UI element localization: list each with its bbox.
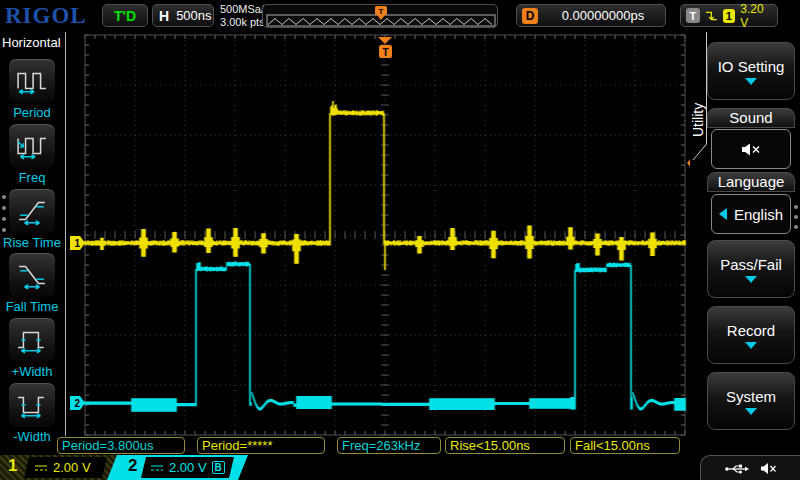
channel1-badge[interactable]: 1 2.00 V [0,455,118,480]
usb-icon [724,463,750,475]
svg-text:T: T [379,7,384,16]
trigger-status-badge: T'D [102,4,148,27]
channel1-scale: 2.00 V [53,460,91,475]
trigger-delay-box[interactable]: D 0.00000000ps [516,4,666,27]
menu-item-freq[interactable]: Freq [0,123,64,185]
bandwidth-limit-badge: B [212,461,225,474]
io-setting-button[interactable]: IO Setting [707,42,795,100]
channel1-offset-marker[interactable]: 1 [70,236,85,250]
trigger-source-badge: 1 [723,9,736,23]
select-left-arrow-icon [719,208,727,220]
dropdown-arrow-icon [745,276,757,283]
svg-text:2: 2 [75,398,81,409]
timebase-value: 500ns [176,8,211,23]
menu-item-label: Rise Time [0,235,64,250]
page-dot [794,205,798,209]
menu-item-period[interactable]: Period [0,58,64,120]
language-button[interactable]: English [711,194,791,234]
menu-item-label: Period [0,105,64,120]
plus-width-icon [15,325,49,355]
status-icons-box [700,455,800,480]
page-dot [794,225,798,229]
channel2-scale: 2.00 V [169,460,207,475]
bottom-channel-bar: 1 2.00 V 2 2.00 V B [0,455,800,480]
dc-coupling-icon [150,463,164,473]
channel1-number: 1 [8,456,17,476]
record-button[interactable]: Record [707,306,795,364]
delay-value: 0.00000000ps [546,8,660,23]
page-dot [2,206,6,210]
page-dot [2,228,6,232]
trigger-t-icon: T [686,8,700,23]
dc-coupling-icon [34,463,48,473]
menu-item-minus-width[interactable]: -Width [0,382,64,444]
page-dot [2,195,6,199]
freq-icon [15,131,49,161]
measurement-period-ch2[interactable]: Period=3.800us [57,437,185,454]
system-button[interactable]: System [707,372,795,430]
left-menu-title: Horizontal [2,35,61,50]
right-soft-menu: Utility IO Setting Sound Language Englis… [690,32,800,436]
menu-item-rise-time[interactable]: Rise Time [0,188,64,250]
waveform-preview-icon: T [263,4,497,28]
freq-key[interactable] [8,123,56,169]
svg-text:T: T [382,47,388,58]
sound-label: Sound [707,108,795,128]
measurement-period-ch1[interactable]: Period=***** [197,437,325,454]
channel2-scale-box: 2.00 V B [141,457,234,478]
menu-item-label: +Width [0,364,64,379]
rise-time-key[interactable] [8,188,56,234]
dropdown-arrow-icon [745,78,757,85]
trigger-info-box[interactable]: T 1 3.20 V [680,4,778,27]
falling-edge-icon [705,9,718,23]
menu-item-plus-width[interactable]: +Width [0,317,64,379]
pass-fail-label: Pass/Fail [720,256,782,273]
channel1-scale-box: 2.00 V [24,457,107,478]
channel2-number: 2 [128,456,137,476]
waveform-preview-box[interactable]: T [262,4,498,28]
page-dot [2,217,6,221]
fall-time-icon [15,260,49,290]
left-measure-menu: Horizontal Period Freq [0,32,66,436]
plus-width-key[interactable] [8,317,56,363]
speaker-muted-icon [760,462,778,475]
page-dot [794,215,798,219]
delay-icon: D [522,8,538,24]
period-icon [15,66,49,96]
period-key[interactable] [8,58,56,104]
minus-width-key[interactable] [8,382,56,428]
menu-item-label: Freq [0,170,64,185]
menu-item-label: Fall Time [0,299,64,314]
oscilloscope-screen: RIGOL T'D H 500ns 500MSa/s 3.00k pts T D… [0,0,800,480]
trigger-level-value: 3.20 V [740,2,772,30]
waveform-display: TT12 [62,32,690,437]
menu-item-label: -Width [0,429,64,444]
speaker-muted-icon [740,142,762,157]
svg-text:1: 1 [75,238,81,249]
channel2-badge[interactable]: 2 2.00 V B [107,455,248,480]
dropdown-arrow-icon [745,408,757,415]
menu-item-fall-time[interactable]: Fall Time [0,252,64,314]
measurement-rise[interactable]: Rise<15.00ns [445,437,565,454]
rise-time-icon [15,196,49,226]
fall-time-key[interactable] [8,252,56,298]
rigol-logo: RIGOL [5,3,87,29]
system-label: System [726,388,776,405]
language-value: English [734,206,783,223]
top-status-bar: RIGOL T'D H 500ns 500MSa/s 3.00k pts T D… [0,0,800,32]
menu-tab-utility: Utility [690,74,706,166]
pass-fail-button[interactable]: Pass/Fail [707,240,795,298]
trigger-status-text: T'D [114,8,136,24]
language-label: Language [707,172,795,192]
io-setting-label: IO Setting [718,58,785,75]
measurement-freq[interactable]: Freq=263kHz [337,437,441,454]
sound-button[interactable] [711,129,791,169]
trigger-position-marker[interactable]: T [378,37,392,58]
record-label: Record [727,322,775,339]
dropdown-arrow-icon [745,342,757,349]
horizontal-timebase-box[interactable]: H 500ns [152,4,214,27]
minus-width-icon [15,390,49,420]
horizontal-label: H [159,8,169,24]
measurement-fall[interactable]: Fall<15.00ns [570,437,680,454]
channel2-offset-marker[interactable]: 2 [70,396,85,410]
